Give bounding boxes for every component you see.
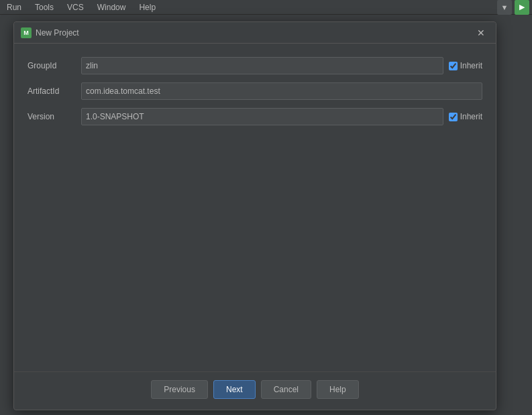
groupid-inherit-wrap: Inherit xyxy=(449,61,482,70)
previous-button[interactable]: Previous xyxy=(151,380,208,399)
groupid-inherit-label: Inherit xyxy=(460,61,482,70)
groupid-label: GroupId xyxy=(28,61,81,70)
artifactid-input[interactable] xyxy=(81,82,482,100)
version-input-wrap: Inherit xyxy=(81,108,482,125)
next-button[interactable]: Next xyxy=(213,380,256,399)
version-inherit-wrap: Inherit xyxy=(449,112,482,121)
artifactid-input-wrap xyxy=(81,82,482,100)
dialog-content: GroupId Inherit ArtifactId Version xyxy=(14,44,496,371)
groupid-input[interactable] xyxy=(81,57,443,74)
groupid-inherit-checkbox[interactable] xyxy=(449,62,458,70)
dialog-footer: Previous Next Cancel Help xyxy=(14,371,496,410)
close-button[interactable]: ✕ xyxy=(473,27,489,39)
version-label: Version xyxy=(28,112,81,121)
dialog-titlebar: M New Project ✕ xyxy=(14,22,496,44)
version-input[interactable] xyxy=(81,108,443,125)
artifactid-row: ArtifactId xyxy=(28,82,482,100)
groupid-input-wrap: Inherit xyxy=(81,57,482,74)
menubar: Run Tools VCS Window Help ▼ ▶ xyxy=(0,0,532,15)
version-row: Version Inherit xyxy=(28,108,482,125)
artifactid-label: ArtifactId xyxy=(28,86,81,96)
dialog-icon: M xyxy=(21,27,32,38)
dialog-area: M New Project ✕ GroupId Inherit Arti xyxy=(0,15,532,415)
new-project-dialog: M New Project ✕ GroupId Inherit Arti xyxy=(13,21,496,410)
version-inherit-label: Inherit xyxy=(460,112,482,121)
menu-tools[interactable]: Tools xyxy=(31,1,58,13)
dropdown-button[interactable]: ▼ xyxy=(497,0,512,15)
help-button[interactable]: Help xyxy=(317,380,359,399)
menu-help[interactable]: Help xyxy=(135,1,160,13)
dialog-title: New Project xyxy=(36,28,473,38)
run-button[interactable]: ▶ xyxy=(515,0,529,15)
groupid-row: GroupId Inherit xyxy=(28,57,482,74)
menu-window[interactable]: Window xyxy=(93,1,130,13)
menu-run[interactable]: Run xyxy=(3,1,25,13)
menu-vcs[interactable]: VCS xyxy=(63,1,88,13)
cancel-button[interactable]: Cancel xyxy=(261,380,311,399)
version-inherit-checkbox[interactable] xyxy=(449,113,458,121)
